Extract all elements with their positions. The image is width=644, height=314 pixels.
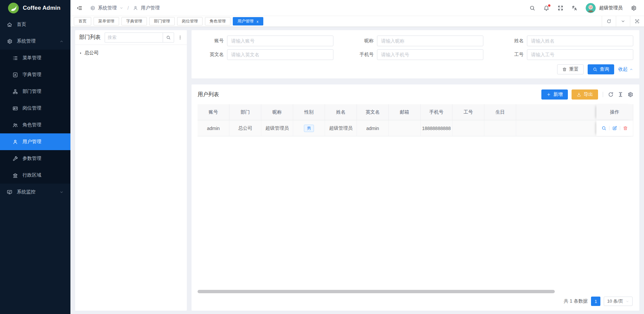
notifications-button[interactable] [543, 5, 549, 11]
tree-node-head-office[interactable]: 总公司 [79, 48, 183, 58]
cell-account: admin [198, 120, 229, 136]
department-search-input[interactable] [105, 33, 163, 43]
sidebar-item-menu-mgmt[interactable]: 菜单管理 [0, 50, 70, 66]
column-header[interactable]: 姓名 [325, 104, 357, 120]
user-menu[interactable]: 超级管理员 [586, 3, 623, 13]
collapse-link[interactable]: 收起 [618, 66, 633, 72]
department-panel: 部门列表 总公司 [75, 30, 187, 311]
page-button-1[interactable]: 1 [591, 297, 600, 306]
view-magnifier-icon[interactable] [601, 126, 606, 131]
tab-label: 菜单管理 [98, 18, 114, 24]
breadcrumb-section[interactable]: 系统管理 [98, 5, 117, 11]
main-column: 系统管理 / 用户管理 超级管理员 [70, 0, 644, 314]
add-user-button[interactable]: 新增 [541, 89, 568, 100]
chevron-down-icon[interactable] [119, 6, 123, 10]
chevron-down-icon [626, 300, 629, 303]
sidebar-item-admin-region[interactable]: 行政区域 [0, 167, 70, 184]
tab-post-mgmt[interactable]: 岗位管理 [177, 17, 203, 25]
monitor-chart-icon [7, 189, 12, 195]
tab-role-mgmt[interactable]: 角色管理 [205, 17, 230, 25]
sidebar-item-dept-mgmt[interactable]: 部门管理 [0, 83, 70, 100]
search-icon[interactable] [529, 5, 535, 11]
language-icon[interactable] [572, 5, 578, 11]
sidebar-item-system-monitor[interactable]: 系统监控 [0, 184, 70, 200]
tab-label: 字典管理 [126, 18, 142, 24]
column-header-filler [516, 104, 596, 120]
table-header-row: 账号 部门 昵称 性别 姓名 英文名 邮箱 手机号 工号 生日 操作 [198, 104, 633, 120]
bank-icon [12, 173, 18, 178]
refresh-icon[interactable] [608, 91, 614, 98]
collapse-link-label: 收起 [618, 66, 628, 72]
tab-home[interactable]: 首页 [74, 17, 91, 25]
home-icon [7, 22, 12, 27]
wrench-icon [12, 156, 18, 162]
account-input[interactable] [227, 36, 333, 46]
cell-english-name: admin [357, 120, 389, 136]
column-header[interactable]: 工号 [452, 104, 484, 120]
tab-list-dropdown[interactable] [616, 16, 630, 26]
tab-menu-mgmt[interactable]: 菜单管理 [94, 17, 119, 25]
chevron-down-icon [621, 19, 626, 24]
sidebar-item-dict-mgmt[interactable]: 字典管理 [0, 66, 70, 83]
name-input[interactable] [527, 36, 633, 46]
query-button[interactable]: 查询 [588, 64, 614, 74]
sidebar-item-param-mgmt[interactable]: 参数管理 [0, 150, 70, 167]
page-size-select[interactable]: 10 条/页 [604, 297, 633, 306]
fullscreen-frame-icon [635, 19, 640, 24]
column-header[interactable]: 账号 [198, 104, 229, 120]
cell-name: 超级管理员 [325, 120, 357, 136]
sidebar-menu: 首页 系统管理 菜单管理 字典管理 部门管理 [0, 16, 70, 314]
list-icon [12, 55, 18, 61]
column-header[interactable]: 性别 [293, 104, 325, 120]
column-header[interactable]: 昵称 [261, 104, 293, 120]
edit-icon[interactable] [612, 126, 617, 131]
more-options-icon[interactable] [177, 35, 183, 40]
column-header[interactable]: 手机号 [421, 104, 452, 120]
tab-label: 首页 [78, 18, 87, 24]
scrollbar-thumb[interactable] [198, 290, 555, 293]
tab-user-mgmt[interactable]: 用户管理 x [233, 17, 263, 25]
gender-tag: 男 [304, 125, 314, 132]
export-button-label: 导出 [584, 91, 593, 98]
download-icon [577, 92, 581, 97]
sidebar-item-label: 首页 [17, 21, 26, 27]
department-search-button[interactable] [163, 33, 174, 43]
settings-gear-icon[interactable] [631, 5, 637, 11]
column-header[interactable]: 邮箱 [389, 104, 421, 120]
gear-icon [90, 5, 95, 11]
menu-fold-icon[interactable] [76, 5, 83, 11]
horizontal-scrollbar[interactable] [198, 290, 633, 293]
sidebar-item-home[interactable]: 首页 [0, 16, 70, 33]
column-header[interactable]: 部门 [229, 104, 261, 120]
reset-button[interactable]: 重置 [557, 64, 584, 74]
row-height-icon[interactable] [618, 91, 624, 98]
tab-close-icon[interactable]: x [257, 19, 259, 23]
table-row[interactable]: admin 总公司 超级管理员 男 超级管理员 admin 1888888888… [198, 120, 633, 136]
column-header[interactable]: 英文名 [357, 104, 389, 120]
caret-right-icon[interactable] [79, 52, 82, 55]
sidebar-item-post-mgmt[interactable]: 岗位管理 [0, 100, 70, 117]
column-settings-gear-icon[interactable] [627, 91, 633, 98]
sidebar-item-system-mgmt[interactable]: 系统管理 [0, 33, 70, 50]
field-label: 手机号 [347, 52, 377, 58]
sidebar: Coffee Admin 首页 系统管理 菜单管理 字典管理 [0, 0, 70, 314]
refresh-tab-button[interactable] [602, 16, 616, 26]
sidebar-item-user-mgmt[interactable]: 用户管理 [0, 133, 70, 150]
tab-bar: 首页 菜单管理 字典管理 部门管理 岗位管理 角色管理 用户管理 x [70, 16, 644, 27]
sidebar-item-label: 字典管理 [22, 72, 41, 78]
fullscreen-icon[interactable] [557, 5, 564, 11]
tab-dept-mgmt[interactable]: 部门管理 [149, 17, 175, 25]
sidebar-item-role-mgmt[interactable]: 角色管理 [0, 117, 70, 133]
export-button[interactable]: 导出 [572, 89, 598, 100]
content-fullscreen-button[interactable] [630, 16, 644, 26]
nickname-input[interactable] [377, 36, 483, 46]
tab-dict-mgmt[interactable]: 字典管理 [121, 17, 147, 25]
english-name-input[interactable] [227, 49, 333, 60]
delete-trash-icon[interactable] [623, 126, 628, 131]
job-number-input[interactable] [527, 49, 633, 60]
cell-job-number [452, 120, 484, 136]
phone-input[interactable] [377, 49, 483, 60]
sidebar-item-label: 用户管理 [22, 139, 41, 145]
top-header: 系统管理 / 用户管理 超级管理员 [70, 0, 644, 16]
column-header[interactable]: 生日 [484, 104, 516, 120]
